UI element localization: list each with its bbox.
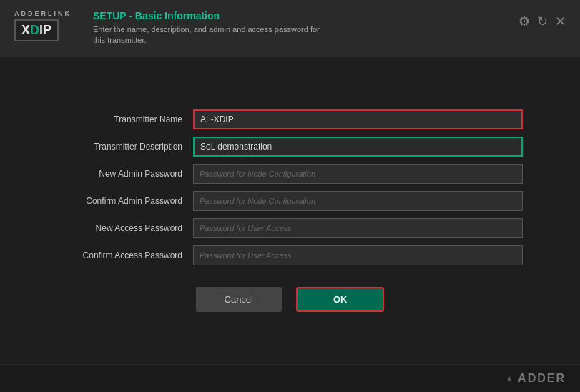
- xdip-logo: X D IP: [14, 19, 59, 41]
- confirm-admin-password-input[interactable]: [193, 191, 523, 211]
- gear-icon[interactable]: ⚙: [518, 14, 530, 29]
- label-transmitter-description: Transmitter Description: [57, 142, 193, 152]
- adder-brand-text: ADDER: [518, 372, 566, 385]
- form-row-confirm-admin-password: Confirm Admin Password: [57, 191, 523, 211]
- header-icons: ⚙ ↻ ✕: [518, 14, 566, 29]
- logo-area: ADDERLINK X D IP: [14, 10, 72, 41]
- form-row-transmitter-description: Transmitter Description: [57, 137, 523, 157]
- label-transmitter-name: Transmitter Name: [57, 114, 193, 124]
- logo-d: D: [30, 23, 39, 38]
- label-confirm-admin-password: Confirm Admin Password: [57, 196, 193, 206]
- setup-title: SETUP - Basic Information: [93, 10, 518, 21]
- confirm-access-password-input[interactable]: [193, 245, 523, 265]
- form-row-transmitter-name: Transmitter Name: [57, 109, 523, 129]
- cancel-button[interactable]: Cancel: [196, 287, 282, 312]
- label-confirm-access-password: Confirm Access Password: [57, 250, 193, 260]
- footer: ▲ ADDER: [0, 364, 580, 392]
- main-container: ADDERLINK X D IP SETUP - Basic Informati…: [0, 0, 580, 392]
- logo-ip: IP: [39, 23, 51, 38]
- close-icon[interactable]: ✕: [555, 14, 566, 29]
- header-title-area: SETUP - Basic Information Enter the name…: [93, 10, 518, 46]
- content: Transmitter Name Transmitter Description…: [0, 57, 580, 364]
- button-row: Cancel OK: [57, 287, 523, 312]
- label-new-admin-password: New Admin Password: [57, 169, 193, 179]
- adderlink-text: ADDERLINK: [14, 10, 72, 17]
- new-admin-password-input[interactable]: [193, 164, 523, 184]
- form-row-new-admin-password: New Admin Password: [57, 164, 523, 184]
- refresh-icon[interactable]: ↻: [537, 14, 548, 29]
- adder-logo: ▲ ADDER: [505, 372, 566, 385]
- new-access-password-input[interactable]: [193, 218, 523, 238]
- header: ADDERLINK X D IP SETUP - Basic Informati…: [0, 0, 580, 57]
- setup-description: Enter the name, description, and admin a…: [93, 24, 518, 46]
- transmitter-description-input[interactable]: [193, 137, 523, 157]
- form-row-new-access-password: New Access Password: [57, 218, 523, 238]
- form-row-confirm-access-password: Confirm Access Password: [57, 245, 523, 265]
- adder-triangle-icon: ▲: [505, 373, 513, 383]
- ok-button[interactable]: OK: [296, 287, 385, 312]
- label-new-access-password: New Access Password: [57, 223, 193, 233]
- logo-x: X: [21, 23, 30, 38]
- transmitter-name-input[interactable]: [193, 109, 523, 129]
